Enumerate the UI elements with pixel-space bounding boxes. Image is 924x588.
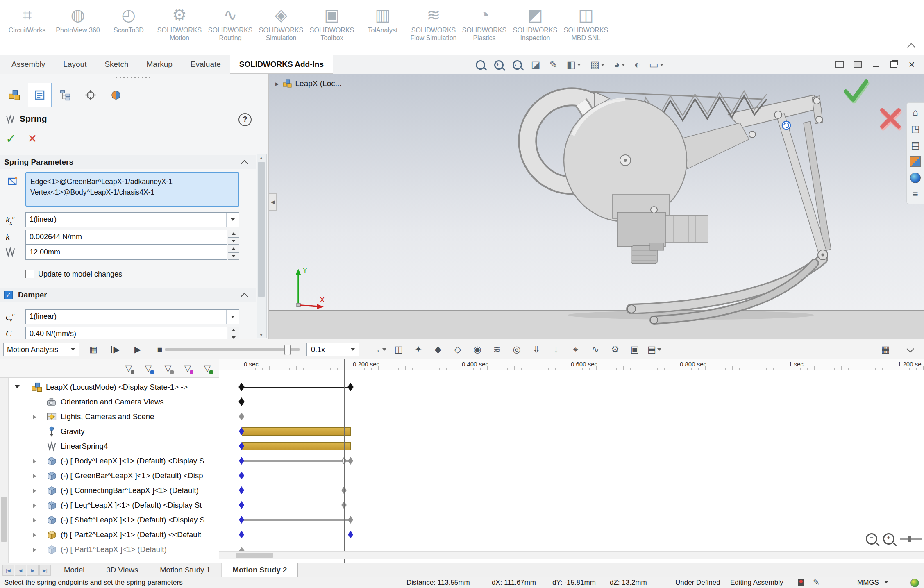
ok-button[interactable]: ✓: [6, 132, 16, 146]
featuremanager-tab[interactable]: [2, 83, 26, 107]
view-home-icon[interactable]: ⌂: [908, 105, 922, 119]
scrollbar-thumb[interactable]: [236, 553, 273, 558]
scroll-up-icon[interactable]: ▲: [259, 155, 263, 160]
view-palette-icon[interactable]: [908, 154, 922, 168]
zoom-fit-icon[interactable]: [474, 57, 486, 72]
units-chevron-icon[interactable]: [884, 581, 888, 583]
keyframe-blue-icon[interactable]: [239, 516, 244, 524]
expand-closed-icon[interactable]: [33, 533, 36, 538]
play-from-start-icon[interactable]: ▶: [108, 342, 123, 357]
keyframe-gray-icon[interactable]: [348, 516, 353, 524]
chevron-down-icon[interactable]: [226, 213, 239, 227]
configurationmanager-tab[interactable]: [53, 83, 77, 107]
keyframe-blue-icon[interactable]: [239, 457, 244, 465]
keyframe-blue-icon[interactable]: [239, 486, 244, 494]
stepper-down-icon[interactable]: [228, 237, 239, 245]
simulation-setup-icon[interactable]: ▣: [627, 342, 643, 357]
tree-row[interactable]: (-) [ Shaft^LeapX ]<1> (Default) <Displa…: [8, 513, 219, 527]
breadcrumb-arrow-icon[interactable]: ▸: [275, 79, 279, 88]
keyframe-blue-icon[interactable]: [239, 501, 244, 509]
motion-study-properties-icon[interactable]: ⚙: [607, 342, 623, 357]
tree-row[interactable]: LeapX (LocustMode) <Display State-1> ->: [8, 380, 219, 395]
tree-scrollbar[interactable]: [0, 378, 9, 563]
tab-model[interactable]: Model: [53, 563, 95, 577]
expand-closed-icon[interactable]: [33, 415, 36, 420]
tree-row[interactable]: (-) [ ConnectingBar^LeapX ]<1> (Default): [8, 483, 219, 498]
addin-solidworks-flow-simulation[interactable]: ≋SOLIDWORKS Flow Simulation: [408, 2, 459, 42]
spring-type-dropdown[interactable]: 1(linear): [25, 212, 239, 227]
viewport-3d-model[interactable]: [269, 74, 924, 339]
panel-scrollbar[interactable]: ▲ ▼: [257, 154, 267, 338]
ribbon-tab-assembly[interactable]: Assembly: [2, 55, 54, 74]
addin-scanto3d[interactable]: ◴ScanTo3D: [103, 2, 154, 42]
graphics-viewport[interactable]: ◀ ▸ LeapX (Loc... ⌂◳▤≡ Y X: [269, 74, 924, 339]
damper-type-dropdown[interactable]: 1(linear): [25, 309, 239, 324]
tree-row[interactable]: Gravity: [8, 424, 219, 439]
tab-scroll-last-icon[interactable]: ▶|: [39, 565, 51, 576]
scene-icon[interactable]: ◐: [633, 57, 642, 72]
minimize-icon[interactable]: [867, 56, 885, 73]
view-list-icon[interactable]: ≡: [908, 187, 922, 201]
chevron-down-icon[interactable]: [347, 343, 359, 356]
viewport-cancel-button[interactable]: [878, 105, 905, 132]
timeline-position-slider[interactable]: [165, 348, 300, 351]
filter-selected-icon[interactable]: ▽: [180, 361, 195, 376]
tab-motion-study-1[interactable]: Motion Study 1: [149, 563, 221, 577]
keyframe-blue-icon[interactable]: [239, 472, 244, 479]
breadcrumb[interactable]: ▸ LeapX (Loc...: [275, 79, 342, 89]
expand-closed-icon[interactable]: [33, 488, 36, 493]
stepper-up-icon[interactable]: [228, 327, 239, 334]
filter-all-icon[interactable]: ▽: [121, 361, 136, 376]
timeline-canvas[interactable]: − +: [219, 370, 924, 563]
tree-row[interactable]: LinearSpring4: [8, 439, 219, 454]
addin-circuitworks[interactable]: ⌗CircuitWorks: [2, 2, 52, 42]
addin-solidworks-plastics[interactable]: ◔SOLIDWORKS Plastics: [459, 2, 510, 42]
collapse-group-icon[interactable]: [241, 160, 248, 167]
timeline-bar-grayline[interactable]: [242, 519, 351, 521]
stepper-down-icon[interactable]: [228, 252, 239, 260]
help-icon[interactable]: ?: [238, 113, 252, 126]
viewport-ok-button[interactable]: [842, 78, 871, 105]
cascade-window-icon[interactable]: [831, 56, 849, 73]
ribbon-tab-solidworks-add-ins[interactable]: SOLIDWORKS Add-Ins: [230, 55, 333, 74]
timeline-bar-gold[interactable]: [242, 442, 351, 450]
view-sphere-icon[interactable]: [908, 171, 922, 185]
spring-constant-input[interactable]: 0.002644 N/mm: [25, 230, 227, 245]
addin-photoview-360[interactable]: ◍PhotoView 360: [52, 2, 103, 42]
tree-row[interactable]: (f) [ Part2^LeapX ]<1> (Default) <<Defau…: [8, 527, 219, 542]
timeline-bar-gold[interactable]: [242, 427, 351, 436]
slider-handle[interactable]: [284, 345, 291, 355]
collapse-motionmanager-icon[interactable]: [902, 342, 918, 357]
update-to-model-checkbox[interactable]: [25, 270, 34, 278]
free-length-stepper[interactable]: [228, 245, 239, 260]
expand-closed-icon[interactable]: [33, 547, 36, 552]
tab-scroll-prev-icon[interactable]: ◀: [15, 565, 26, 576]
close-icon[interactable]: ×: [903, 56, 921, 73]
free-length-input[interactable]: 12.00mm: [25, 245, 227, 260]
tree-row[interactable]: Lights, Cameras and Scene: [8, 409, 219, 424]
appearance-icon[interactable]: ◕: [613, 57, 627, 72]
addin-solidworks-toolbox[interactable]: ▣SOLIDWORKS Toolbox: [306, 2, 357, 42]
stepper-up-icon[interactable]: [228, 245, 239, 252]
damper-checkbox[interactable]: ✓: [4, 291, 13, 299]
scroll-down-icon[interactable]: ▼: [259, 332, 263, 337]
tree-row[interactable]: (-) [ Body^LeapX ]<1> (Default) <Display…: [8, 454, 219, 468]
annotation-icon[interactable]: ✎: [548, 57, 559, 72]
ribbon-tab-sketch[interactable]: Sketch: [95, 55, 137, 74]
collapse-ribbon-icon[interactable]: [908, 44, 914, 52]
selection-item[interactable]: Vertex<1>@Body^LeapX-1/chasis4X-1: [30, 187, 234, 198]
calculate-icon[interactable]: ▦: [86, 342, 101, 357]
addin-solidworks-inspection[interactable]: ◩SOLIDWORKS Inspection: [510, 2, 561, 42]
mate-icon[interactable]: ⌖: [568, 342, 584, 357]
addin-tolanalyst[interactable]: ▥TolAnalyst: [357, 2, 408, 42]
chevron-down-icon[interactable]: [67, 343, 79, 356]
autokey-icon[interactable]: ◆: [430, 342, 446, 357]
view-tree-icon[interactable]: ▤: [908, 138, 922, 152]
view-cube-icon[interactable]: ◳: [908, 122, 922, 136]
addin-solidworks-routing[interactable]: ∿SOLIDWORKS Routing: [205, 2, 256, 42]
zoom-area-icon[interactable]: +: [493, 57, 505, 72]
contact-icon[interactable]: ◎: [509, 342, 525, 357]
tab-motion-study-2[interactable]: Motion Study 2: [222, 563, 298, 577]
playback-mode-icon[interactable]: →: [371, 342, 387, 357]
tab-3d-views[interactable]: 3D Views: [95, 563, 149, 577]
